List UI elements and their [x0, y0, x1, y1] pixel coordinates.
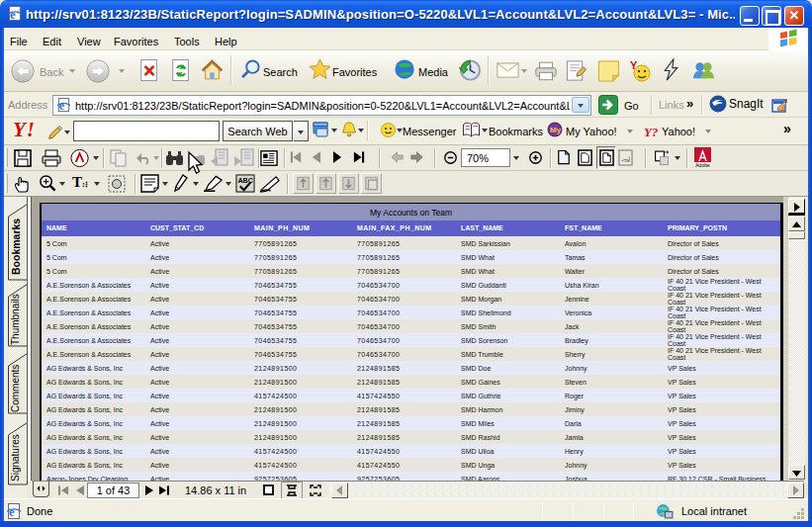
svg-text:e: e [59, 99, 65, 113]
svg-text:e: e [9, 504, 15, 519]
svg-text:e: e [10, 7, 16, 22]
svg-text:My: My [550, 126, 562, 134]
